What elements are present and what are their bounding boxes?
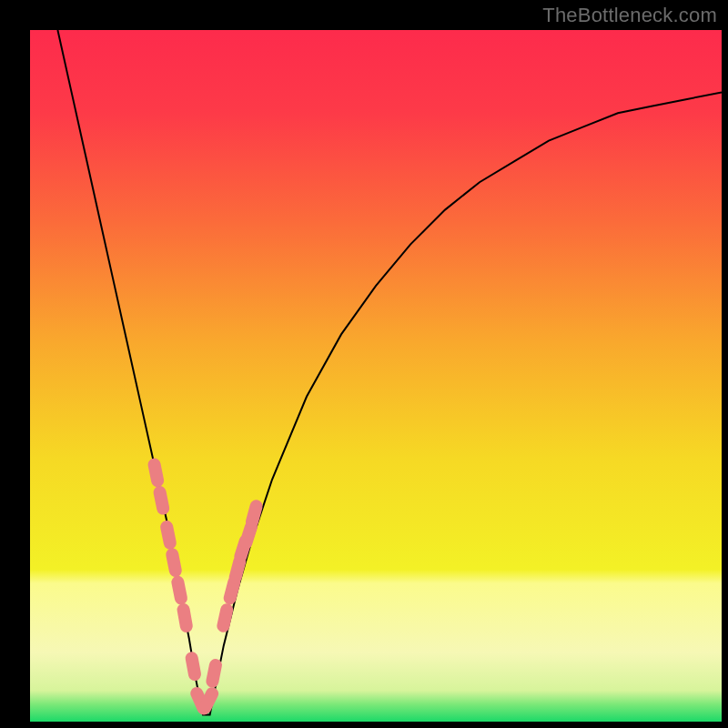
marker-bead	[212, 665, 216, 682]
plot-area	[30, 30, 722, 722]
outer-frame: TheBottleneck.com	[0, 0, 728, 728]
marker-bead	[184, 610, 187, 626]
marker-bead	[205, 693, 212, 708]
marker-bead	[236, 561, 240, 577]
marker-bead	[230, 582, 235, 598]
marker-bead	[160, 492, 164, 509]
marker-bead	[172, 554, 176, 571]
marker-bead	[177, 582, 181, 599]
watermark-text: TheBottleneck.com	[542, 4, 717, 27]
marker-bead	[246, 527, 251, 542]
plot-svg	[30, 30, 722, 722]
marker-bead	[155, 465, 158, 481]
marker-bead	[252, 506, 257, 521]
marker-bead	[192, 658, 195, 674]
marker-bead	[223, 610, 227, 626]
marker-bead	[167, 527, 170, 543]
